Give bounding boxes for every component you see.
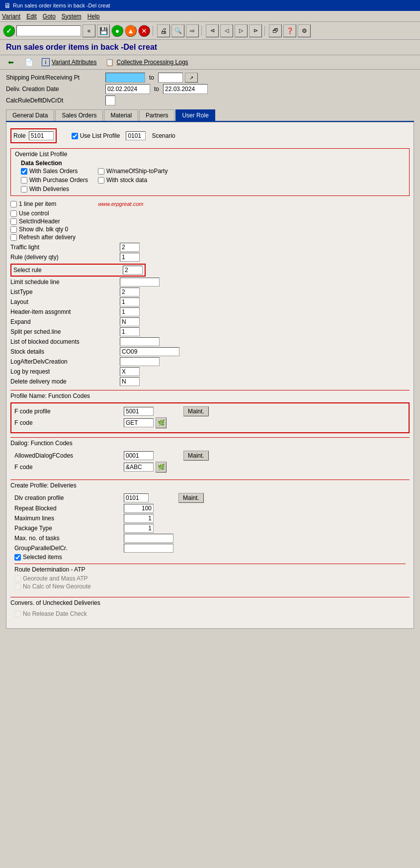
select-rule-input[interactable] <box>123 266 143 275</box>
refresh-after-delivery-checkbox[interactable] <box>10 234 17 241</box>
log-after-delv-creation-input[interactable] <box>120 357 160 366</box>
stop-button[interactable]: ▲ <box>125 25 137 37</box>
traffic-light-input[interactable] <box>120 243 140 252</box>
collective-logs-action[interactable]: 📋 Collective Processing Logs <box>105 57 188 67</box>
log-by-request-input[interactable] <box>120 367 140 376</box>
menu-variant[interactable]: Variant <box>2 13 20 20</box>
nav-next-button[interactable]: ▷ <box>235 24 248 37</box>
fast-back-button[interactable]: « <box>83 24 95 37</box>
w-name-ship-to-checkbox[interactable] <box>98 168 104 175</box>
variant-attrs-label[interactable]: Variant Attributes <box>52 59 97 66</box>
deliv-creation-to-input[interactable] <box>163 84 208 94</box>
selct-ind-header-checkbox[interactable] <box>10 218 17 225</box>
one-line-per-item-checkbox[interactable] <box>10 201 17 207</box>
save-action-icon: 📄 <box>24 57 34 67</box>
rule-delivery-qty-input[interactable] <box>120 253 140 262</box>
refresh-after-delivery-label: Refresh after delivery <box>19 234 76 241</box>
list-type-input[interactable] <box>120 288 140 296</box>
delete-delivery-mode-input[interactable] <box>120 377 140 386</box>
use-list-profile-checkbox[interactable] <box>72 133 78 139</box>
georoute-checkbox <box>14 576 21 582</box>
deliv-creation-from-input[interactable] <box>105 84 150 94</box>
separator-1 <box>153 26 155 36</box>
header-item-assgnmnt-input[interactable] <box>120 307 140 316</box>
stock-details-row: Stock details <box>10 347 410 356</box>
tab-general-data[interactable]: General Data <box>6 109 54 121</box>
shipping-point-from-input[interactable] <box>105 73 145 83</box>
print-button[interactable]: 🖨 <box>157 24 170 37</box>
layout-input[interactable] <box>120 297 140 306</box>
cancel-button[interactable]: ✕ <box>138 25 150 37</box>
nav-prev-button[interactable]: ◁ <box>220 24 233 37</box>
tab-user-role[interactable]: User Role <box>175 109 215 121</box>
help-button[interactable]: ❓ <box>283 24 296 37</box>
allowed-dialog-input[interactable] <box>124 451 154 460</box>
back-action[interactable]: ⬅ <box>6 57 16 67</box>
confirm-button[interactable]: ✓ <box>3 25 15 37</box>
with-deliveries-checkbox[interactable] <box>21 186 27 193</box>
f-code-input[interactable] <box>124 418 154 427</box>
package-type-input[interactable] <box>124 524 154 533</box>
export-button[interactable]: ↗ <box>185 73 198 83</box>
dialog-maint-button[interactable]: Maint. <box>183 451 209 461</box>
log-by-request-row: Log by request <box>10 367 410 376</box>
tab-partners[interactable]: Partners <box>139 109 174 121</box>
tab-sales-orders[interactable]: Sales Orders <box>55 109 103 121</box>
nav-first-button[interactable]: ⊲ <box>206 24 219 37</box>
split-per-sched-input[interactable] <box>120 327 140 336</box>
f-code-profile-input[interactable] <box>124 407 154 416</box>
with-stock-data-checkbox[interactable] <box>98 177 104 184</box>
layout-label: Layout <box>10 298 120 305</box>
georoute-label: Georoute and Mass ATP <box>23 575 88 582</box>
calc-rule-input[interactable] <box>105 96 115 105</box>
dialog-f-code-arrow-button[interactable]: 🌿 <box>156 462 167 473</box>
show-dlv-blk-row: Show dlv. blk qty 0 <box>10 226 410 233</box>
repeat-blocked-input[interactable] <box>124 504 154 513</box>
find-button[interactable]: 🔍 <box>171 24 184 37</box>
limit-schedule-line-input[interactable] <box>120 278 160 287</box>
no-calc-georoute-row: No Calc of New Georoute <box>14 583 406 590</box>
expand-input[interactable] <box>120 317 140 326</box>
with-stock-data-row: With stock data <box>98 177 168 184</box>
f-code-label: F code <box>14 419 124 426</box>
settings-button[interactable]: ⚙ <box>298 24 311 37</box>
dlv-creation-profile-input[interactable] <box>124 493 149 502</box>
save-button[interactable]: 💾 <box>97 24 110 37</box>
menu-goto[interactable]: Goto <box>43 13 56 20</box>
menu-edit[interactable]: Edit <box>26 13 37 20</box>
f-code-arrow-button[interactable]: 🌿 <box>156 417 167 428</box>
max-no-tasks-input[interactable] <box>124 534 173 543</box>
with-sales-orders-checkbox[interactable] <box>21 168 27 175</box>
with-purchase-orders-label: With Purchase Orders <box>29 177 88 184</box>
with-purchase-orders-checkbox[interactable] <box>21 177 27 184</box>
role-input[interactable] <box>29 131 54 140</box>
dlv-creation-maint-button[interactable]: Maint. <box>178 493 204 503</box>
shipping-point-to-input[interactable] <box>158 73 183 83</box>
find-next-button[interactable]: ⇨ <box>186 24 199 37</box>
menu-help[interactable]: Help <box>87 13 100 20</box>
profile-name-function-codes-section: Profile Name: Function Codes F code prof… <box>10 390 410 433</box>
list-blocked-docs-input[interactable] <box>120 337 160 346</box>
save-action[interactable]: 📄 <box>24 57 34 67</box>
command-input[interactable] <box>16 25 81 36</box>
use-control-checkbox[interactable] <box>10 210 17 217</box>
maximum-lines-label: Maximum lines <box>14 515 124 522</box>
nav-last-button[interactable]: ⊳ <box>249 24 262 37</box>
stock-details-input[interactable] <box>120 347 179 356</box>
use-list-profile-label: Use List Profile <box>80 132 120 139</box>
show-dlv-blk-checkbox[interactable] <box>10 226 17 233</box>
f-code-profile-maint-button[interactable]: Maint. <box>183 406 209 416</box>
collective-logs-label[interactable]: Collective Processing Logs <box>117 59 188 66</box>
tab-material[interactable]: Material <box>104 109 138 121</box>
back-button[interactable]: ● <box>111 25 123 37</box>
new-window-button[interactable]: 🗗 <box>269 24 282 37</box>
menu-system[interactable]: System <box>62 13 82 20</box>
maximum-lines-input[interactable] <box>124 514 154 523</box>
variant-attrs-action[interactable]: i Variant Attributes <box>42 58 97 66</box>
selected-items-checkbox[interactable] <box>14 554 21 561</box>
with-deliveries-label: With Deliveries <box>29 186 69 193</box>
create-profile-deliveries-section: Create Profile: Deliveries Dlv creation … <box>10 480 410 593</box>
group-parallel-input[interactable] <box>124 544 173 553</box>
list-profile-input[interactable] <box>126 131 146 140</box>
dialog-f-code-input[interactable] <box>124 463 154 472</box>
